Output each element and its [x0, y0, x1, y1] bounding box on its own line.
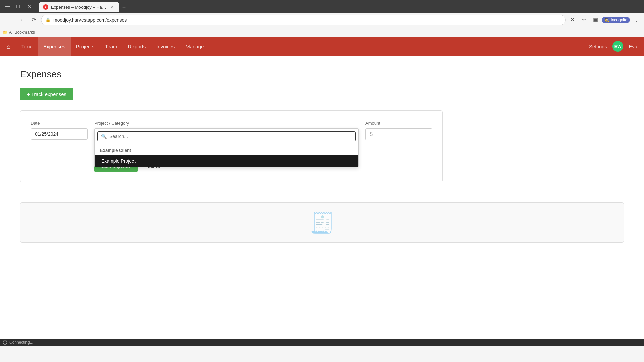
active-tab[interactable]: ● Expenses – Moodjoy – Harvest ✕ [39, 2, 119, 12]
amount-input[interactable] [375, 132, 433, 137]
dropdown-group-header: Example Client [95, 144, 358, 155]
user-avatar: EW [612, 41, 623, 52]
nav-right: Settings EW Eva [589, 41, 637, 52]
close-button[interactable]: ✕ [24, 2, 34, 11]
bookmarks-label[interactable]: All Bookmarks [9, 30, 35, 35]
search-icon: 🔍 [101, 134, 107, 139]
form-header: Date Project / Category Choose a project… [31, 121, 432, 140]
back-button[interactable]: ← [3, 15, 13, 25]
project-dropdown-menu: 🔍 Example Client Example Project [94, 128, 359, 167]
project-search-input[interactable] [109, 134, 352, 139]
browser-titlebar: — □ ✕ ● Expenses – Moodjoy – Harvest ✕ + [0, 0, 644, 13]
project-label: Project / Category [94, 121, 359, 126]
date-column: Date [31, 121, 88, 140]
nav-item-manage[interactable]: Manage [180, 37, 209, 56]
incognito-label: Incognito [611, 18, 627, 22]
status-text: Connecting... [9, 340, 33, 345]
amount-label: Amount [365, 121, 432, 126]
amount-input-wrapper: $ [365, 128, 432, 140]
url-input[interactable] [53, 17, 561, 23]
sidebar-icon[interactable]: ▣ [590, 15, 600, 25]
track-expenses-button[interactable]: + Track expenses [20, 88, 73, 100]
eye-slash-icon[interactable]: 👁 [568, 15, 578, 25]
nav-item-reports[interactable]: Reports [123, 37, 151, 56]
project-select-wrapper: Choose a project... ⌄ 🔍 [94, 128, 359, 140]
incognito-badge: 🕵 Incognito [602, 17, 630, 23]
nav-item-expenses[interactable]: Expenses [38, 37, 71, 56]
search-field-wrapper: 🔍 [97, 131, 356, 141]
bookmark-folder-icon: 📁 [3, 30, 8, 35]
project-column: Project / Category Choose a project... ⌄ [94, 121, 359, 140]
maximize-button[interactable]: □ [13, 2, 23, 11]
tab-title: Expenses – Moodjoy – Harvest [51, 5, 107, 10]
expense-form: Date Project / Category Choose a project… [20, 110, 443, 182]
new-tab-button[interactable]: + [119, 3, 129, 12]
minimize-button[interactable]: — [3, 2, 12, 11]
tab-bar: ● Expenses – Moodjoy – Harvest ✕ + [36, 1, 641, 12]
currency-symbol: $ [370, 131, 373, 137]
nav-item-invoices[interactable]: Invoices [151, 37, 180, 56]
dropdown-item-example-project[interactable]: Example Project [95, 155, 358, 167]
lock-icon: 🔒 [45, 17, 51, 22]
amount-column: Amount $ [365, 121, 432, 140]
username-label: Eva [629, 44, 637, 49]
loading-spinner [3, 340, 7, 345]
dropdown-search-area: 🔍 [95, 129, 358, 144]
bookmark-bar: 📁 All Bookmarks [0, 27, 644, 37]
lower-section: 🧾 [20, 202, 624, 243]
settings-link[interactable]: Settings [589, 44, 607, 49]
nav-item-team[interactable]: Team [100, 37, 123, 56]
toolbar-right: 👁 ☆ ▣ 🕵 Incognito ⋮ [568, 15, 641, 25]
date-input[interactable] [31, 128, 88, 140]
tab-close-button[interactable]: ✕ [109, 4, 115, 10]
menu-button[interactable]: ⋮ [631, 15, 641, 25]
address-bar[interactable]: 🔒 [41, 15, 566, 25]
nav-items: Time Expenses Projects Team Reports Invo… [16, 37, 589, 56]
app-nav: ⌂ Time Expenses Projects Team Reports In… [0, 37, 644, 56]
status-bar: Connecting... [0, 339, 644, 346]
forward-button[interactable]: → [15, 15, 26, 25]
incognito-icon: 🕵 [604, 18, 609, 22]
receipt-illustration: 🧾 [310, 211, 335, 235]
home-nav-icon[interactable]: ⌂ [7, 43, 11, 50]
reload-button[interactable]: ⟳ [28, 15, 39, 25]
app-wrapper: ⌂ Time Expenses Projects Team Reports In… [0, 37, 644, 339]
page-title: Expenses [20, 69, 624, 80]
nav-item-projects[interactable]: Projects [71, 37, 100, 56]
tab-favicon: ● [43, 4, 48, 10]
date-label: Date [31, 121, 88, 126]
star-icon[interactable]: ☆ [579, 15, 589, 25]
track-expenses-label: + Track expenses [27, 91, 66, 97]
browser-toolbar: ← → ⟳ 🔒 👁 ☆ ▣ 🕵 Incognito ⋮ [0, 13, 644, 27]
nav-item-time[interactable]: Time [16, 37, 38, 56]
window-controls: — □ ✕ [3, 2, 34, 11]
main-content: Expenses + Track expenses Date Project /… [0, 56, 644, 196]
